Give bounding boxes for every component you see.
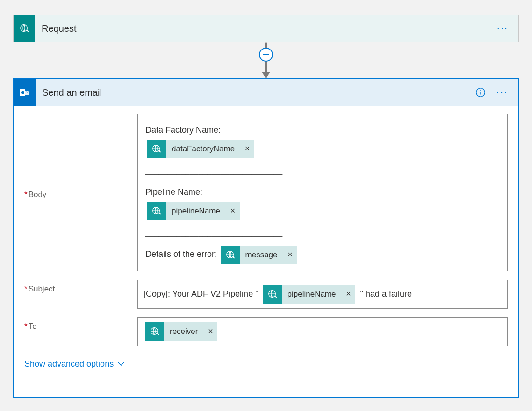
to-label: *To xyxy=(24,317,127,331)
info-icon[interactable] xyxy=(473,85,488,100)
globe-icon xyxy=(221,246,240,264)
outlook-icon xyxy=(14,79,36,106)
globe-icon xyxy=(263,285,282,304)
add-step-button[interactable] xyxy=(259,48,273,62)
to-field[interactable]: receiver × xyxy=(137,317,508,346)
remove-token-icon[interactable]: × xyxy=(341,285,355,304)
token-message[interactable]: message × xyxy=(221,246,297,264)
svg-point-2 xyxy=(21,91,24,94)
globe-icon xyxy=(147,202,166,220)
remove-token-icon[interactable]: × xyxy=(283,246,297,264)
body-line2: Pipeline Name: xyxy=(145,187,202,197)
svg-point-5 xyxy=(480,90,481,91)
request-icon xyxy=(14,15,35,42)
body-label: *Body xyxy=(24,185,127,199)
send-email-title: Send an email xyxy=(42,87,467,98)
body-line3: Details of the error: xyxy=(145,249,217,259)
request-more-icon[interactable]: ··· xyxy=(495,21,510,36)
token-pipelinename[interactable]: pipelineName × xyxy=(147,202,240,220)
send-email-more-icon[interactable]: ··· xyxy=(495,85,510,100)
subject-field[interactable]: [Copy]: Your ADF V2 Pipeline " pipelineN… xyxy=(137,280,508,309)
globe-icon xyxy=(145,322,164,341)
request-title: Request xyxy=(42,23,489,34)
send-email-card[interactable]: Send an email ··· *Body Data Factory Nam… xyxy=(13,78,519,398)
globe-icon xyxy=(147,140,166,158)
remove-token-icon[interactable]: × xyxy=(226,202,240,220)
chevron-down-icon xyxy=(117,360,125,368)
show-advanced-link[interactable]: Show advanced options xyxy=(24,359,125,369)
connector xyxy=(13,42,519,78)
request-card[interactable]: Request ··· xyxy=(13,15,519,42)
remove-token-icon[interactable]: × xyxy=(203,322,217,341)
token-receiver[interactable]: receiver × xyxy=(145,322,217,341)
remove-token-icon[interactable]: × xyxy=(240,140,254,158)
body-field[interactable]: Data Factory Name: dataFactoryName × ___… xyxy=(137,114,508,271)
token-datafactoryname[interactable]: dataFactoryName × xyxy=(147,140,254,158)
subject-label: *Subject xyxy=(24,280,127,294)
body-line1: Data Factory Name: xyxy=(145,125,221,135)
token-subject-pipelinename[interactable]: pipelineName × xyxy=(263,285,356,304)
